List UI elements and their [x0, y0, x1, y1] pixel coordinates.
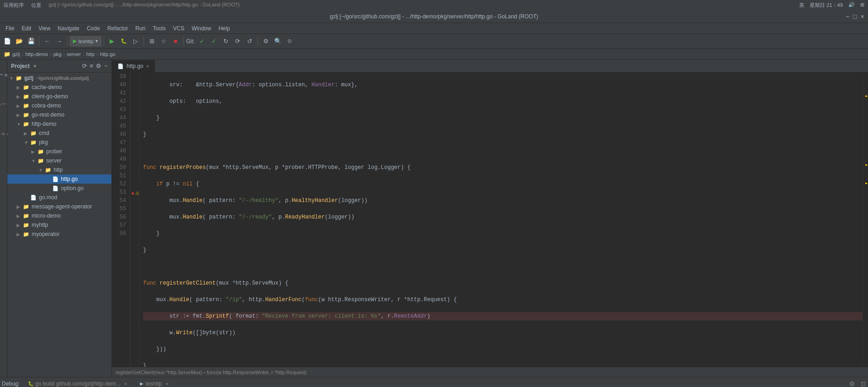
menu-item-navigate[interactable]: Navigate	[54, 24, 83, 33]
tree-root-arrow: ▼	[9, 76, 15, 81]
bottom-panel-expand-icon[interactable]: ⊡	[861, 380, 866, 387]
project-title: Project	[11, 63, 30, 69]
git-revert-button[interactable]: ↺	[244, 36, 255, 47]
tab-close-icon[interactable]: ×	[146, 63, 149, 69]
project-tree: ▼ 📁 gzlj ~/go/src/github.com/gzlj ▶ 📁 ca…	[7, 73, 111, 377]
gutter-mark-1	[865, 95, 867, 97]
window-controls[interactable]: − □ ×	[846, 13, 864, 20]
code-area[interactable]: 39 40 41 42 43 44 45 46 47 48 49 50 51 5…	[112, 73, 868, 367]
bc-http[interactable]: http	[86, 51, 94, 57]
code-gutter[interactable]: ● ⚠	[130, 73, 139, 367]
menu-item-refactor[interactable]: Refactor	[104, 24, 132, 33]
project-dropdown-icon[interactable]: ▾	[33, 63, 36, 69]
code-content[interactable]: srv: &http.Server{Addr: options.listen, …	[139, 73, 862, 367]
system-location[interactable]: 位置	[31, 2, 41, 9]
search-button[interactable]: 🔍	[272, 36, 283, 47]
stop-button[interactable]: ■	[170, 36, 181, 47]
menu-item-tools[interactable]: Tools	[149, 24, 169, 33]
bc-gzlj[interactable]: gzlj	[12, 51, 20, 57]
settings-button[interactable]: ⚙	[260, 36, 271, 47]
debug-button[interactable]: 🐛	[118, 36, 129, 47]
bottom-panel-settings-icon[interactable]: ⚙	[849, 380, 855, 387]
teshttp-tab[interactable]: ▶ teshttp ×	[135, 378, 173, 387]
code-line-39: srv: &http.Server{Addr: options.listen, …	[143, 81, 862, 89]
system-volume-icon[interactable]: 🔊	[848, 2, 855, 9]
git-history-button[interactable]: ↻	[221, 36, 232, 47]
system-network-icon[interactable]: ⊞	[860, 2, 864, 9]
forward-button[interactable]: →	[54, 36, 65, 47]
bc-icon: 📁	[4, 51, 11, 57]
tree-server[interactable]: ▼ 📁 server	[7, 156, 111, 165]
tree-myhttp[interactable]: ▶ 📁 myhttp	[7, 220, 111, 230]
editor-tab-http-go[interactable]: 📄 http.go ×	[112, 60, 155, 72]
tree-go-rest-demo[interactable]: ▶ 📁 go-rest-demo	[7, 110, 111, 119]
toolbar-separator-2	[67, 37, 67, 46]
project-gear-icon[interactable]: ⚙	[96, 62, 101, 69]
run-config-selector[interactable]: ▶ teshttp ▾	[70, 36, 101, 46]
tree-pkg[interactable]: ▼ 📁 pkg	[7, 138, 111, 147]
bookmark-button[interactable]: ☆	[158, 36, 169, 47]
project-tab-icon[interactable]: Proj	[0, 62, 7, 89]
tree-root[interactable]: ▼ 📁 gzlj ~/go/src/github.com/gzlj	[7, 73, 111, 83]
run-with-coverage-button[interactable]: ▷	[130, 36, 141, 47]
bc-sep-3: ›	[63, 51, 65, 57]
back-button[interactable]: ←	[42, 36, 53, 47]
run-config-arrow: ▾	[95, 38, 98, 44]
teshttp-close[interactable]: ×	[166, 381, 168, 387]
git-commit-button[interactable]: ✓	[197, 36, 208, 47]
bc-http-demo[interactable]: http-demo	[25, 51, 48, 57]
close-button[interactable]: ×	[861, 13, 864, 20]
add-config-button[interactable]: ⊞	[146, 36, 157, 47]
breakpoint-icon[interactable]: ●	[131, 189, 134, 197]
tree-prober[interactable]: ▶ 📁 prober	[7, 147, 111, 156]
run-button[interactable]: ▶	[106, 36, 117, 47]
tree-cmd[interactable]: ▶ 📁 cmd	[7, 129, 111, 138]
menu-item-run[interactable]: Run	[132, 24, 149, 33]
menu-item-view[interactable]: View	[35, 24, 54, 33]
menu-item-code[interactable]: Code	[83, 24, 104, 33]
debug-config-tab[interactable]: 🐛 go build github.com/gzlj/http-dem... ×	[23, 378, 132, 387]
search-everywhere-button[interactable]: ⊙	[284, 36, 295, 47]
save-button[interactable]: 💾	[26, 36, 37, 47]
structure-tab-icon[interactable]: Str	[0, 91, 7, 118]
editor-tabs: 📄 http.go ×	[112, 60, 868, 73]
tree-cache-demo[interactable]: ▶ 📁 cache-demo	[7, 83, 111, 92]
tree-go-mod[interactable]: 📄 go.mod	[7, 193, 111, 202]
minimize-button[interactable]: −	[846, 13, 849, 20]
tree-client-go-demo[interactable]: ▶ 📁 client-go-demo	[7, 92, 111, 101]
tree-micro-demo[interactable]: ▶ 📁 micro-demo	[7, 211, 111, 220]
tree-http-demo[interactable]: ▼ 📁 http-demo	[7, 119, 111, 129]
menu-item-vcs[interactable]: VCS	[169, 24, 188, 33]
tree-message-agent[interactable]: ▶ 📁 message-agent-operator	[7, 202, 111, 211]
tree-option-go-file[interactable]: 📄 option.go	[7, 184, 111, 193]
menu-item-edit[interactable]: Edit	[18, 24, 35, 33]
run-config-icon: ▶	[73, 38, 77, 44]
menu-item-file[interactable]: File	[2, 24, 18, 33]
bc-http-go[interactable]: http.go	[100, 51, 116, 57]
tree-http-folder[interactable]: ▼ 📁 http	[7, 165, 111, 174]
tree-myoperator[interactable]: ▶ 📁 myoperator	[7, 230, 111, 239]
system-apps[interactable]: 应用程序	[4, 2, 24, 9]
open-button[interactable]: 📂	[14, 36, 25, 47]
code-line-44: func registerProbes(mux *http.ServeMux, …	[143, 163, 862, 172]
editor-tab-label: http.go	[127, 63, 144, 69]
debug-config-close[interactable]: ×	[124, 381, 127, 387]
gutter-mark-3	[865, 183, 867, 184]
bc-pkg[interactable]: pkg	[53, 51, 61, 57]
menu-item-help[interactable]: Help	[215, 24, 234, 33]
system-bar-left: 应用程序 位置 gzlj [~/go/src/github.com/gzlj] …	[4, 2, 240, 9]
bc-server[interactable]: server	[67, 51, 81, 57]
tree-http-go-file[interactable]: 📄 http.go	[7, 174, 111, 184]
git-update-button[interactable]: ⟳	[232, 36, 243, 47]
git-push-button[interactable]: ✓	[209, 36, 220, 47]
project-minimize-icon[interactable]: −	[104, 62, 108, 69]
maximize-button[interactable]: □	[853, 13, 857, 20]
menu-item-window[interactable]: Window	[188, 24, 215, 33]
project-sync-icon[interactable]: ⟳	[82, 62, 87, 69]
tree-root-folder-icon: 📁	[16, 75, 22, 81]
new-file-button[interactable]: 📄	[2, 36, 13, 47]
project-settings-icon[interactable]: ≡	[90, 62, 94, 69]
learn-tab-icon[interactable]: Lea	[0, 120, 7, 148]
tree-cobra-demo[interactable]: ▶ 📁 cobra-demo	[7, 101, 111, 110]
system-window-title: gzlj [~/go/src/github.com/gzlj] - .../ht…	[49, 2, 240, 9]
